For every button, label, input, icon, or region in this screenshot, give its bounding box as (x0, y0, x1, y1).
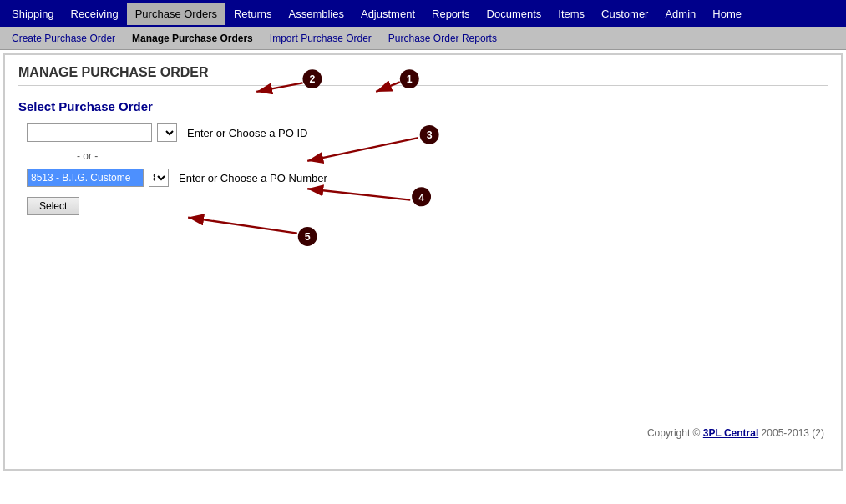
subnav-manage-po[interactable]: Manage Purchase Orders (124, 29, 261, 48)
footer: Copyright © 3PL Central 2005-2013 (2) (639, 422, 833, 444)
nav-shipping[interactable]: Shipping (3, 3, 63, 25)
subnav-po-reports[interactable]: Purchase Order Reports (380, 29, 505, 48)
nav-purchase-orders[interactable]: Purchase Orders (127, 3, 225, 25)
po-number-row: 8513 - B.I.G. Custome Enter or Choose a … (27, 169, 828, 187)
svg-point-13 (298, 227, 317, 246)
sub-navigation: Create Purchase Order Manage Purchase Or… (0, 27, 846, 50)
nav-items[interactable]: Items (550, 3, 593, 25)
copyright-year: 2005-2013 (2) (762, 427, 824, 439)
or-label: - or - (77, 150, 828, 162)
svg-text:5: 5 (305, 231, 311, 243)
select-button[interactable]: Select (27, 197, 79, 215)
po-id-label: Enter or Choose a PO ID (187, 127, 308, 139)
po-id-row: Enter or Choose a PO ID (27, 123, 828, 142)
form-area: Enter or Choose a PO ID - or - 8513 - B.… (18, 123, 828, 215)
po-id-dropdown[interactable] (157, 123, 177, 142)
po-number-dropdown[interactable]: 8513 - B.I.G. Custome (149, 169, 169, 187)
nav-returns[interactable]: Returns (225, 3, 281, 25)
top-navigation: Shipping Receiving Purchase Orders Retur… (0, 0, 846, 27)
annotations-overlay: 1 2 3 4 5 (5, 55, 841, 469)
section-title: Select Purchase Order (18, 99, 828, 113)
nav-assemblies[interactable]: Assemblies (281, 3, 352, 25)
page-title: Manage Purchase Order (18, 65, 828, 86)
nav-home[interactable]: Home (704, 3, 750, 25)
nav-reports[interactable]: Reports (423, 3, 479, 25)
nav-receiving[interactable]: Receiving (63, 3, 127, 25)
select-button-row: Select (27, 195, 828, 215)
po-id-input[interactable] (27, 123, 152, 142)
main-content: Manage Purchase Order Select Purchase Or… (3, 53, 843, 471)
nav-adjustment[interactable]: Adjustment (352, 3, 423, 25)
copyright-text: Copyright © (647, 427, 703, 439)
nav-documents[interactable]: Documents (479, 3, 550, 25)
copyright-link[interactable]: 3PL Central (703, 427, 758, 439)
po-number-input[interactable] (27, 169, 144, 187)
po-number-label: Enter or Choose a PO Number (179, 172, 327, 184)
nav-admin[interactable]: Admin (656, 3, 704, 25)
subnav-import-po[interactable]: Import Purchase Order (261, 29, 380, 48)
svg-line-15 (188, 218, 297, 234)
nav-customer[interactable]: Customer (593, 3, 656, 25)
subnav-create-po[interactable]: Create Purchase Order (3, 29, 124, 48)
